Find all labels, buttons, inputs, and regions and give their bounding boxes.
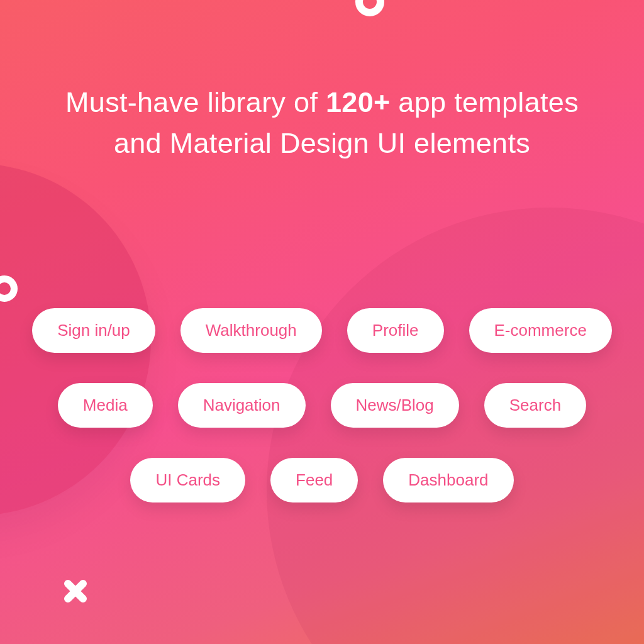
hero-section: Must-have library of 120+ app templates … [0, 0, 644, 644]
x-icon [63, 579, 88, 604]
headline: Must-have library of 120+ app templates … [0, 82, 644, 164]
pill-search[interactable]: Search [484, 383, 586, 428]
donut-icon [355, 0, 384, 16]
pill-row-1: Sign in/up Walkthrough Profile E-commerc… [31, 308, 613, 353]
pill-ui-cards[interactable]: UI Cards [130, 458, 245, 502]
pill-walkthrough[interactable]: Walkthrough [180, 308, 322, 353]
pill-navigation[interactable]: Navigation [178, 383, 306, 428]
category-pills: Sign in/up Walkthrough Profile E-commerc… [0, 308, 644, 533]
pill-dashboard[interactable]: Dashboard [383, 458, 513, 502]
pill-row-2: Media Navigation News/Blog Search [31, 383, 613, 428]
headline-prefix: Must-have library of [65, 86, 326, 118]
headline-count: 120+ [326, 86, 391, 118]
pill-feed[interactable]: Feed [270, 458, 358, 502]
pill-sign-in-up[interactable]: Sign in/up [32, 308, 155, 353]
pill-ecommerce[interactable]: E-commerce [469, 308, 612, 353]
pill-media[interactable]: Media [58, 383, 153, 428]
pill-news-blog[interactable]: News/Blog [331, 383, 459, 428]
pill-row-3: UI Cards Feed Dashboard [31, 458, 613, 502]
pill-profile[interactable]: Profile [347, 308, 444, 353]
